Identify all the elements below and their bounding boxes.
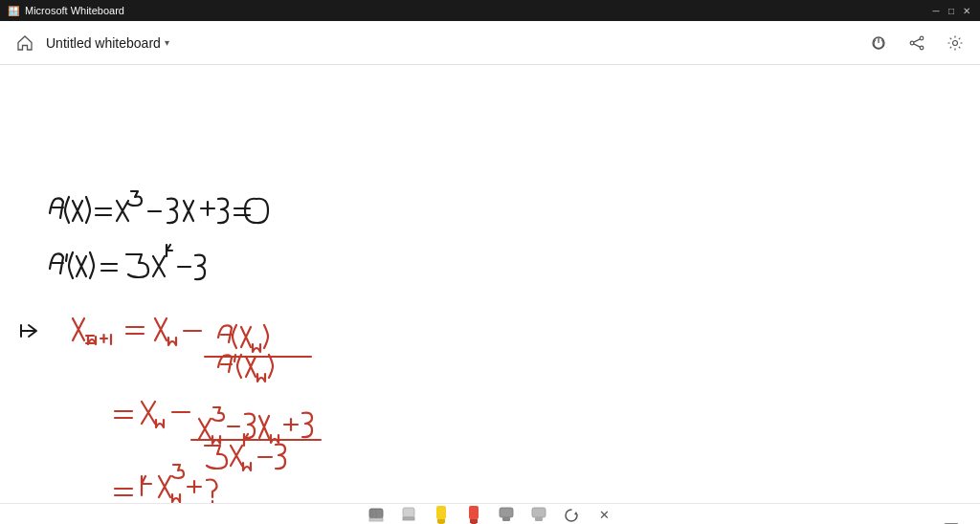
stamp2-icon xyxy=(530,505,547,525)
maximize-button[interactable]: □ xyxy=(946,5,957,16)
share-icon xyxy=(908,34,925,52)
app-name: Microsoft Whiteboard xyxy=(25,5,124,16)
close-icon: ✕ xyxy=(599,508,610,522)
toolbar-top-row: ✕ xyxy=(361,502,619,525)
svg-rect-11 xyxy=(436,506,446,519)
svg-line-4 xyxy=(914,38,921,41)
svg-rect-19 xyxy=(532,508,546,517)
title-bar: 🪟 Microsoft Whiteboard ─ □ ✕ xyxy=(0,0,980,21)
eraser-button[interactable] xyxy=(361,502,391,525)
app-icon: 🪟 xyxy=(8,6,19,16)
yellow-highlighter-button[interactable] xyxy=(426,502,457,525)
share-button[interactable] xyxy=(903,30,930,56)
power-icon xyxy=(870,34,887,52)
svg-line-5 xyxy=(914,43,921,46)
svg-point-1 xyxy=(920,36,924,40)
stamp1-icon xyxy=(498,505,515,525)
svg-rect-10 xyxy=(403,517,414,520)
svg-rect-18 xyxy=(502,517,510,521)
menu-bar-right xyxy=(865,30,969,56)
breadcrumb[interactable]: Untitled whiteboard ▾ xyxy=(46,35,169,51)
svg-marker-21 xyxy=(574,512,578,515)
home-button[interactable] xyxy=(11,30,38,56)
svg-rect-9 xyxy=(403,508,414,517)
breadcrumb-chevron-icon: ▾ xyxy=(165,37,169,48)
svg-rect-8 xyxy=(369,518,383,521)
pink-highlighter-button[interactable] xyxy=(458,502,489,525)
zoom-in-button[interactable] xyxy=(903,517,930,525)
svg-rect-14 xyxy=(469,506,479,519)
whiteboard-canvas[interactable] xyxy=(0,65,980,503)
stamp1-button[interactable] xyxy=(491,502,522,525)
toolbar-center: ✕ xyxy=(361,502,619,525)
tool-close-button[interactable]: ✕ xyxy=(589,502,619,525)
highlighter-eraser-button[interactable] xyxy=(393,502,424,525)
power-button[interactable] xyxy=(865,30,892,56)
highlighter-eraser-icon xyxy=(400,505,417,525)
home-icon xyxy=(16,34,33,52)
fit-screen-button[interactable] xyxy=(938,517,965,525)
yellow-highlighter-icon xyxy=(434,504,448,525)
title-bar-controls: ─ □ ✕ xyxy=(930,5,972,16)
svg-rect-12 xyxy=(437,519,445,523)
bottom-toolbar: ✕ xyxy=(0,503,980,524)
settings-button[interactable] xyxy=(942,30,969,56)
refresh-icon xyxy=(564,508,579,523)
menu-bar-left: Untitled whiteboard ▾ xyxy=(11,30,169,56)
eraser-icon xyxy=(368,505,385,525)
svg-point-3 xyxy=(910,41,914,45)
close-button[interactable]: ✕ xyxy=(961,5,972,16)
zoom-out-button[interactable] xyxy=(827,517,854,525)
svg-rect-15 xyxy=(470,519,478,523)
toolbar-right: 90% xyxy=(827,517,965,525)
svg-rect-20 xyxy=(535,517,543,521)
minimize-button[interactable]: ─ xyxy=(930,5,942,16)
math-equations xyxy=(0,65,980,503)
title-bar-left: 🪟 Microsoft Whiteboard xyxy=(8,5,124,16)
stamp2-button[interactable] xyxy=(523,502,554,525)
svg-rect-17 xyxy=(500,508,513,517)
settings-icon xyxy=(947,34,964,52)
svg-point-6 xyxy=(953,40,958,45)
refresh-button[interactable] xyxy=(556,502,587,525)
menu-bar: Untitled whiteboard ▾ xyxy=(0,21,980,65)
pink-highlighter-icon xyxy=(467,504,480,525)
whiteboard-title[interactable]: Untitled whiteboard xyxy=(46,35,161,51)
svg-point-2 xyxy=(920,46,924,50)
